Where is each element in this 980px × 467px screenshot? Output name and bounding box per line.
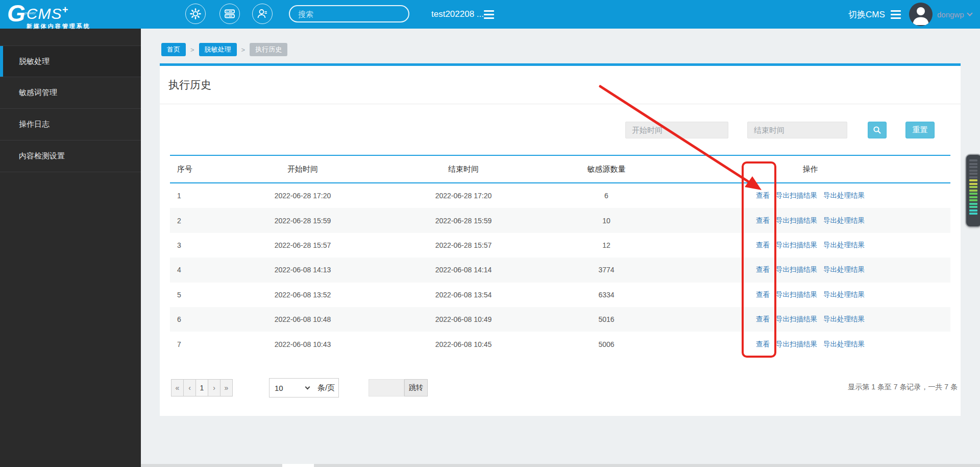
cell-count: 12 — [543, 241, 670, 249]
cell-count: 5006 — [543, 340, 670, 348]
export-scan-link[interactable]: 导出扫描结果 — [776, 266, 817, 273]
export-scan-link[interactable]: 导出扫描结果 — [776, 192, 817, 199]
export-scan-link[interactable]: 导出扫描结果 — [776, 340, 817, 348]
sidebar-item-label: 内容检测设置 — [19, 151, 65, 161]
cell-count: 6 — [543, 192, 670, 200]
table-row: 5 2022-06-08 13:52 2022-06-08 13:54 6334… — [170, 283, 950, 307]
page-next-button[interactable]: › — [208, 379, 220, 396]
view-link[interactable]: 查看 — [756, 192, 770, 199]
scroll-minimap-widget[interactable] — [966, 155, 980, 226]
user-avatar[interactable] — [909, 3, 933, 26]
switch-cms-link[interactable]: 切换CMS — [848, 0, 885, 29]
search-icon — [873, 126, 881, 134]
cell-no: 1 — [170, 192, 221, 200]
minimap-stripe — [969, 183, 977, 185]
export-process-link[interactable]: 导出处理结果 — [823, 266, 865, 273]
view-link[interactable]: 查看 — [756, 217, 770, 224]
page-prev-button[interactable]: ‹ — [183, 379, 196, 396]
minimap-stripe — [969, 209, 977, 212]
view-link[interactable]: 查看 — [756, 266, 770, 273]
cell-no: 6 — [170, 315, 221, 323]
table-row: 4 2022-06-08 14:13 2022-06-08 14:14 3774… — [170, 258, 950, 282]
end-time-input[interactable] — [747, 122, 847, 138]
logo-power-text: power — [24, 11, 36, 15]
cell-start: 2022-06-08 13:52 — [221, 291, 384, 299]
breadcrumb-home[interactable]: 首页 — [161, 43, 186, 56]
export-process-link[interactable]: 导出处理结果 — [823, 291, 865, 298]
page-first-button[interactable]: « — [171, 379, 184, 396]
view-link[interactable]: 查看 — [756, 315, 770, 323]
app-screen: G power CMS+ 新媒体内容管理系统 — [0, 0, 980, 467]
col-header-actions: 操作 — [670, 165, 950, 174]
cell-actions: 查看 导出扫描结果 导出处理结果 — [670, 290, 950, 299]
table-row: 6 2022-06-08 10:48 2022-06-08 10:49 5016… — [170, 307, 950, 332]
search-button[interactable] — [868, 122, 887, 138]
horizontal-scrollbar-thumb[interactable] — [282, 464, 314, 467]
export-process-link[interactable]: 导出处理结果 — [823, 192, 865, 199]
export-scan-link[interactable]: 导出扫描结果 — [776, 241, 817, 249]
cell-end: 2022-06-08 10:45 — [384, 340, 543, 348]
gear-icon — [189, 8, 202, 20]
per-page-label: 条/页 — [314, 378, 339, 398]
logo-g-mark: G — [7, 2, 26, 25]
sidebar-item-desensitization[interactable]: 脱敏处理 — [0, 45, 141, 77]
export-scan-link[interactable]: 导出扫描结果 — [776, 315, 817, 323]
reset-button[interactable]: 重置 — [905, 122, 935, 138]
view-link[interactable]: 查看 — [756, 241, 770, 249]
sidebar-item-label: 敏感词管理 — [19, 88, 57, 98]
sidebar-item-operation-log[interactable]: 操作日志 — [0, 109, 141, 141]
page-title: 执行历史 — [160, 66, 961, 104]
settings-gear-icon[interactable] — [185, 4, 206, 24]
cell-end: 2022-06-28 15:59 — [384, 217, 543, 225]
logo-subtitle: 新媒体内容管理系统 — [27, 22, 91, 30]
col-header-count: 敏感源数量 — [543, 165, 670, 174]
user-admin-icon[interactable] — [252, 4, 273, 24]
topbar: G power CMS+ 新媒体内容管理系统 — [0, 0, 980, 29]
chevron-down-icon — [305, 385, 310, 390]
server-stack-icon[interactable] — [219, 4, 240, 24]
cell-start: 2022-06-08 10:48 — [221, 315, 384, 323]
export-process-link[interactable]: 导出处理结果 — [823, 241, 865, 249]
jump-button[interactable]: 跳转 — [404, 379, 428, 396]
sidebar-item-content-detection[interactable]: 内容检测设置 — [0, 141, 141, 172]
export-process-link[interactable]: 导出处理结果 — [823, 315, 865, 323]
export-process-link[interactable]: 导出处理结果 — [823, 217, 865, 224]
minimap-stripe — [969, 159, 977, 161]
page-last-button[interactable]: » — [220, 379, 233, 396]
view-link[interactable]: 查看 — [756, 291, 770, 298]
view-link[interactable]: 查看 — [756, 340, 770, 348]
minimap-stripe — [969, 173, 977, 175]
start-time-input[interactable] — [625, 122, 728, 138]
table-row: 1 2022-06-28 17:20 2022-06-28 17:20 6 查看… — [170, 183, 950, 208]
minimap-stripe — [969, 206, 977, 208]
gcms-logo[interactable]: G power CMS+ 新媒体内容管理系统 — [7, 2, 91, 27]
minimap-stripe — [969, 170, 977, 172]
page-size-value: 10 — [275, 384, 283, 392]
export-scan-link[interactable]: 导出扫描结果 — [776, 217, 817, 224]
cell-end: 2022-06-28 15:57 — [384, 241, 543, 249]
site-menu-icon[interactable] — [484, 10, 494, 19]
table-row: 7 2022-06-08 10:43 2022-06-08 10:45 5006… — [170, 332, 950, 356]
table-header-row: 序号 开始时间 结束时间 敏感源数量 操作 — [170, 155, 950, 183]
current-site-selector[interactable]: test202208 ... — [431, 0, 484, 29]
horizontal-scrollbar[interactable] — [141, 464, 980, 467]
user-menu[interactable]: dongwp — [937, 0, 972, 29]
cell-start: 2022-06-28 15:59 — [221, 217, 384, 225]
cell-count: 10 — [543, 217, 670, 225]
col-header-no: 序号 — [170, 165, 221, 174]
record-summary: 显示第 1 条至 7 条记录，一共 7 条 — [848, 383, 958, 392]
cell-actions: 查看 导出扫描结果 导出处理结果 — [670, 216, 950, 225]
breadcrumb-desensitization[interactable]: 脱敏处理 — [199, 43, 237, 56]
export-process-link[interactable]: 导出处理结果 — [823, 340, 865, 348]
cell-end: 2022-06-28 17:20 — [384, 192, 543, 200]
global-search-input[interactable] — [290, 10, 405, 18]
page-size-select[interactable]: 10 — [269, 378, 314, 398]
cell-end: 2022-06-08 10:49 — [384, 315, 543, 323]
minimap-stripe — [969, 203, 977, 205]
sidebar-item-sensitive-words[interactable]: 敏感词管理 — [0, 77, 141, 109]
page-number-button[interactable]: 1 — [195, 379, 208, 396]
stack-icon — [224, 8, 235, 19]
export-scan-link[interactable]: 导出扫描结果 — [776, 291, 817, 298]
jump-page-input[interactable] — [369, 379, 404, 396]
apps-menu-icon[interactable] — [891, 10, 901, 19]
